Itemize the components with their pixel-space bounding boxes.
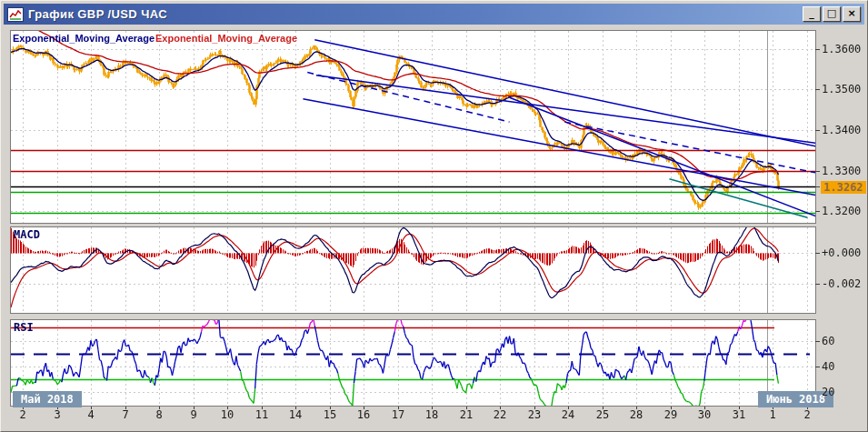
- macd-axis-label: +0.000: [822, 246, 861, 259]
- time-axis-label: 23: [528, 408, 541, 421]
- time-axis-label: 30: [698, 408, 711, 421]
- window-title: График GBP /USD ЧАС: [28, 7, 801, 21]
- rsi-panel-label: RSI: [14, 321, 34, 334]
- price-axis-label: 1.3600: [822, 43, 861, 55]
- month-badge-may: Май 2018: [13, 391, 82, 407]
- ema-legend-1: Exponential_Moving_Average: [13, 33, 155, 44]
- time-axis-label: 14: [289, 408, 302, 421]
- macd-panel-label: MACD: [14, 228, 40, 241]
- time-axis-label: 9: [190, 408, 196, 421]
- price-axis-label: 1.3300: [822, 165, 861, 177]
- price-axis-label: 1.3500: [822, 83, 861, 95]
- price-chart-canvas[interactable]: [1, 1, 868, 432]
- time-axis-label: 21: [460, 408, 473, 421]
- chart-icon: [7, 7, 24, 22]
- maximize-button[interactable]: □: [823, 6, 841, 22]
- time-axis-label: 11: [255, 408, 268, 421]
- current-price-badge: 1.3262: [821, 181, 866, 194]
- price-axis-label: 1.3200: [822, 205, 861, 217]
- time-axis-label: 29: [664, 408, 677, 421]
- time-axis-label: 25: [596, 408, 609, 421]
- time-axis-label: 16: [357, 408, 370, 421]
- macd-axis-label: -0.002: [822, 277, 861, 290]
- rsi-axis-label: 20: [822, 386, 834, 398]
- ema-legend-2: Exponential_Moving_Average: [155, 33, 297, 44]
- time-axis-label: 2: [803, 408, 810, 421]
- chart-window: График GBP /USD ЧАС _ □ × Exponential_Mo…: [0, 0, 868, 432]
- time-axis-label: 4: [87, 408, 94, 421]
- time-axis-label: 15: [324, 408, 336, 421]
- time-axis-label: 28: [630, 408, 643, 421]
- rsi-axis-label: 40: [822, 360, 834, 373]
- time-axis-label: 17: [392, 408, 404, 421]
- price-axis-label: 1.3400: [822, 124, 861, 136]
- time-axis-label: 7: [122, 408, 128, 421]
- time-axis-label: 18: [425, 408, 438, 421]
- time-axis-label: 22: [494, 408, 506, 421]
- close-button[interactable]: ×: [843, 6, 861, 22]
- time-axis-label: 24: [562, 408, 574, 421]
- time-axis-label: 31: [733, 408, 745, 421]
- window-titlebar[interactable]: График GBP /USD ЧАС _ □ ×: [4, 4, 864, 25]
- time-axis-label: 1: [769, 408, 775, 421]
- minimize-button[interactable]: _: [803, 6, 821, 22]
- time-axis-label: 3: [54, 408, 60, 421]
- time-axis-label: 10: [221, 408, 234, 421]
- time-axis-label: 2: [19, 408, 25, 421]
- rsi-axis-label: 60: [822, 335, 834, 347]
- time-axis-label: 8: [155, 408, 162, 421]
